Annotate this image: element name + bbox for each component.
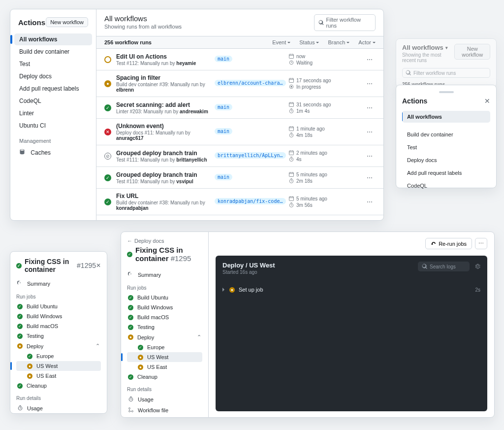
job-item-build-windows[interactable]: ✓Build Windows <box>16 311 101 321</box>
sidebar-item-all-workflows[interactable]: All workflows <box>14 33 92 45</box>
filter-branch[interactable]: Branch <box>328 39 349 45</box>
mobile-item-all-workflows[interactable]: All workflows <box>402 111 490 123</box>
job-sub-item-us-west[interactable]: ●US West <box>16 361 101 371</box>
workflow-run-row[interactable]: ✓Edit code ownersBuild dev container #37… <box>96 215 383 220</box>
workflow-rows[interactable]: Edit UI on ActionsTest #112: Manually ru… <box>96 49 383 220</box>
workflow-run-row[interactable]: ✓Grouped deploy branch trainTest #110: M… <box>96 167 383 189</box>
usage-link[interactable]: Usage <box>127 394 202 405</box>
search-input[interactable]: Filter workflow runs <box>314 14 376 31</box>
run-detail-panel-compact: ✓ Fixing CSS in container #1295 ✕ Summar… <box>10 251 107 414</box>
job-name: Build macOS <box>137 314 169 320</box>
more-button[interactable]: ⋯ <box>475 238 487 249</box>
summary-link[interactable]: Summary <box>16 278 101 289</box>
muted-search-input[interactable]: Filter workflow runs <box>402 68 490 78</box>
close-icon[interactable]: ✕ <box>484 97 490 105</box>
branch-tag[interactable]: main <box>215 56 232 62</box>
pending-icon: ● <box>27 373 32 379</box>
row-menu-button[interactable]: ⋯ <box>364 103 376 112</box>
success-icon: ✓ <box>104 198 111 205</box>
sidebar-item-test[interactable]: Test <box>14 58 92 70</box>
run-time: 5 minutes ago <box>288 171 364 177</box>
log-step-row[interactable]: ● Set up job 2s <box>222 285 480 295</box>
filter-actor[interactable]: Actor <box>358 39 376 45</box>
workflow-run-row[interactable]: Edit UI on ActionsTest #112: Manually ru… <box>96 49 383 70</box>
workflow-file-link[interactable]: Workflow file <box>127 405 202 416</box>
sidebar-item-caches[interactable]: Caches <box>14 146 92 159</box>
close-icon[interactable]: ✕ <box>96 262 101 269</box>
gear-icon[interactable] <box>474 263 480 270</box>
job-item-cleanup[interactable]: ✓Cleanup <box>127 372 202 382</box>
success-icon: ✓ <box>17 333 23 339</box>
job-item-deploy[interactable]: ●Deploy⌃ <box>16 341 101 351</box>
workflow-run-row[interactable]: ✓Fix URLBuild dev container #38: Manuall… <box>96 189 383 215</box>
muted-title[interactable]: All workflows▾ <box>402 44 448 51</box>
run-time: 31 seconds ago <box>288 101 364 107</box>
muted-new-workflow-button[interactable]: New workflow <box>454 44 490 60</box>
drag-handle[interactable] <box>439 91 454 93</box>
summary-link[interactable]: Summary <box>127 269 202 280</box>
mobile-item-codeql[interactable]: CodeQL <box>402 180 490 189</box>
run-time: 17 seconds ago <box>288 77 364 83</box>
branch-tag[interactable]: elbrenn/account-chara... <box>215 80 286 86</box>
workflow-run-row[interactable]: ✓Secret scanning: add alertLinter #203: … <box>96 97 383 119</box>
success-icon: ✓ <box>17 314 23 319</box>
row-menu-button[interactable]: ⋯ <box>364 198 376 206</box>
job-sub-item-europe[interactable]: ✓Europe <box>127 342 202 352</box>
job-item-testing[interactable]: ✓Testing <box>127 322 202 332</box>
row-menu-button[interactable]: ⋯ <box>364 173 376 182</box>
workflow-run-row[interactable]: ●Spacing in filterBuild dev container #3… <box>96 70 383 97</box>
sidebar-item-ubuntu-ci[interactable]: Ubuntu CI <box>14 120 92 132</box>
workflow-run-row[interactable]: ✕(Unknown event)Deploy docs #11: Manuall… <box>96 119 383 145</box>
row-menu-button[interactable]: ⋯ <box>364 55 376 64</box>
workflow-run-row[interactable]: ⊘Grouped deploy branch trainTest #111: M… <box>96 145 383 167</box>
mobile-item-add-pull-request-labels[interactable]: Add pull request labels <box>402 167 490 179</box>
run-subtitle: Test #112: Manually run by heyamie <box>116 61 215 66</box>
sidebar-item-deploy-docs[interactable]: Deploy docs <box>14 70 92 82</box>
sidebar-item-build-dev-container[interactable]: Build dev container <box>14 46 92 58</box>
run-duration: 4s <box>288 156 364 162</box>
log-step-time: 2s <box>475 287 480 293</box>
sidebar-item-add-pull-request-labels[interactable]: Add pull request labels <box>14 83 92 95</box>
job-item-build-macos[interactable]: ✓Build macOS <box>127 312 202 322</box>
back-link[interactable]: ← Deploy docs <box>127 238 202 244</box>
branch-tag[interactable]: main <box>215 104 232 110</box>
job-sub-item-us-west[interactable]: ●US West <box>127 352 202 362</box>
job-name: Europe <box>147 344 164 350</box>
job-item-deploy[interactable]: ●Deploy⌃ <box>127 332 202 342</box>
job-name: Europe <box>36 353 54 359</box>
job-name: US West <box>147 354 168 360</box>
job-item-build-macos[interactable]: ✓Build macOS <box>16 321 101 331</box>
search-icon <box>406 70 411 76</box>
usage-link[interactable]: Usage <box>16 403 101 414</box>
sidebar-item-codeql[interactable]: CodeQL <box>14 95 92 107</box>
filter-status[interactable]: Status <box>299 39 319 45</box>
branch-tag[interactable]: konradpabjan/fix-code... <box>215 198 286 204</box>
log-search-input[interactable]: Search logs <box>418 262 470 271</box>
mobile-item-build-dev-container[interactable]: Build dev container <box>402 129 490 140</box>
job-item-cleanup[interactable]: ✓Cleanup <box>16 381 101 391</box>
branch-tag[interactable]: brittanyellich/ApLLynHHD <box>215 152 286 159</box>
job-sub-item-us-east[interactable]: ●US East <box>127 362 202 372</box>
mobile-item-deploy-docs[interactable]: Deploy docs <box>402 154 490 166</box>
rerun-button[interactable]: Re-run jobs <box>425 238 472 249</box>
job-item-build-windows[interactable]: ✓Build Windows <box>127 302 202 312</box>
row-menu-button[interactable]: ⋯ <box>364 152 376 161</box>
row-menu-button[interactable]: ⋯ <box>364 79 376 88</box>
job-item-build-ubuntu[interactable]: ✓Build Ubuntu <box>127 293 202 302</box>
branch-tag[interactable]: main <box>215 128 232 134</box>
row-menu-button[interactable]: ⋯ <box>364 128 376 136</box>
filter-event[interactable]: Event <box>272 39 290 45</box>
sidebar-item-linter[interactable]: Linter <box>14 107 92 119</box>
pending-icon: ● <box>104 80 111 87</box>
svg-rect-9 <box>289 151 294 155</box>
job-sub-item-europe[interactable]: ✓Europe <box>16 351 101 361</box>
job-item-build-ubuntu[interactable]: ✓Build Ubuntu <box>16 301 101 311</box>
workflow-icon <box>128 407 135 414</box>
new-workflow-button[interactable]: New workflow <box>46 17 88 27</box>
mobile-item-test[interactable]: Test <box>402 141 490 153</box>
branch-tag[interactable]: main <box>215 174 232 180</box>
job-item-testing[interactable]: ✓Testing <box>16 331 101 341</box>
run-main: Re-run jobs ⋯ Deploy / US West Started 1… <box>209 232 494 417</box>
job-sub-item-us-east[interactable]: ●US East <box>16 371 101 381</box>
meter-icon <box>128 271 135 278</box>
